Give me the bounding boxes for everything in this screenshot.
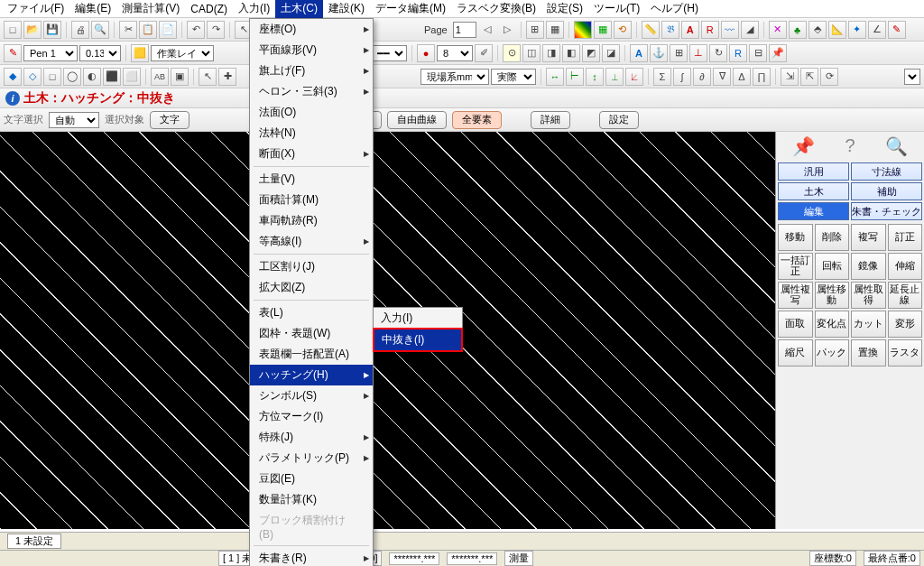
dd-heron[interactable]: ヘロン・三斜(3): [250, 81, 373, 102]
color-icon[interactable]: [574, 21, 592, 39]
dd-earthwork[interactable]: 土量(V): [250, 169, 373, 190]
north-icon[interactable]: ⬘: [808, 21, 827, 39]
perp-icon[interactable]: ⊥: [689, 44, 707, 62]
dim4-icon[interactable]: ⟂: [605, 68, 624, 86]
pin-icon[interactable]: 📌: [792, 135, 815, 157]
redo-icon[interactable]: ↷: [207, 21, 225, 39]
sm-hollow[interactable]: 中抜き(I): [373, 328, 463, 352]
tool-scale[interactable]: 縮尺: [778, 339, 813, 367]
size-icon[interactable]: ●: [417, 44, 435, 62]
tab-civil[interactable]: 土木: [778, 182, 849, 200]
calc3-icon[interactable]: ∂: [693, 68, 711, 86]
dd-titleframe[interactable]: 図枠・表題(W): [250, 323, 373, 344]
sm-input[interactable]: 入力(I): [374, 308, 462, 329]
plus-icon[interactable]: ✚: [218, 68, 236, 86]
menu-survey[interactable]: 測量計算(V): [116, 0, 185, 18]
end-select[interactable]: [904, 69, 920, 85]
pick4-icon[interactable]: ◯: [63, 68, 81, 86]
pick7-icon[interactable]: ⬜: [123, 68, 141, 86]
dd-redmark[interactable]: 朱書き(R): [250, 548, 373, 566]
pen-icon[interactable]: ✎: [4, 44, 22, 62]
dd-frame[interactable]: 法枠(N): [250, 123, 373, 144]
pin-icon[interactable]: 📌: [769, 44, 787, 62]
snap5-icon[interactable]: ◩: [582, 44, 600, 62]
tree-icon[interactable]: ♣: [789, 21, 807, 39]
dd-slope[interactable]: 法面(O): [250, 102, 373, 123]
calc5-icon[interactable]: Δ: [733, 68, 751, 86]
menu-tool[interactable]: ツール(T): [588, 0, 645, 18]
dim3-icon[interactable]: ↕: [586, 68, 604, 86]
tool-correct[interactable]: 訂正: [888, 224, 923, 251]
area-icon[interactable]: ▣: [171, 68, 189, 86]
grid-icon[interactable]: ▦: [594, 21, 612, 39]
dd-coord[interactable]: 座標(O): [250, 19, 373, 40]
units-select[interactable]: 現場系mm: [420, 69, 489, 85]
layer-select[interactable]: 作業レイヤ: [151, 45, 214, 61]
ext1-icon[interactable]: ⇲: [781, 68, 799, 86]
filter-detail-button[interactable]: 詳細: [531, 111, 570, 129]
calc2-icon[interactable]: ∫: [673, 68, 691, 86]
dim2-icon[interactable]: ⊢: [566, 68, 584, 86]
snap2-icon[interactable]: ◫: [522, 44, 541, 62]
snap6-icon[interactable]: ◪: [602, 44, 620, 62]
layer-pen-icon[interactable]: 🟨: [131, 44, 149, 62]
undo-icon[interactable]: ↶: [187, 21, 205, 39]
text-ab-icon[interactable]: AB: [151, 68, 169, 86]
tool-move[interactable]: 移動: [778, 224, 813, 251]
tool-batchfix[interactable]: 一括訂正: [778, 253, 813, 280]
pick6-icon[interactable]: ⬛: [103, 68, 121, 86]
dd-plane[interactable]: 平面線形(V): [250, 40, 373, 60]
tool-mirror[interactable]: 鏡像: [851, 253, 886, 280]
calc4-icon[interactable]: ∇: [713, 68, 731, 86]
layer-icon[interactable]: ▦: [546, 21, 564, 39]
eyedropper-icon[interactable]: ✐: [475, 44, 493, 62]
tool-extend[interactable]: 延長止線: [888, 282, 923, 309]
window-icon[interactable]: ⊞: [526, 21, 544, 39]
paste-icon[interactable]: 📄: [159, 21, 177, 39]
grid2-icon[interactable]: ⊞: [670, 44, 688, 62]
status-tab[interactable]: 1 未設定: [7, 534, 61, 549]
dd-north[interactable]: 方位マーク(I): [250, 406, 373, 427]
tool-copy[interactable]: 複写: [851, 224, 886, 251]
snap3-icon[interactable]: ◨: [542, 44, 560, 62]
question-icon[interactable]: ?: [845, 135, 855, 157]
snap4-icon[interactable]: ◧: [562, 44, 580, 62]
pick2-icon[interactable]: ◇: [23, 68, 42, 86]
snap-icon[interactable]: ⊙: [503, 44, 521, 62]
tool-replace[interactable]: 置換: [851, 339, 886, 367]
menu-cad[interactable]: CAD(Z): [185, 1, 233, 17]
filter-all-button[interactable]: 全要素: [452, 111, 502, 129]
dim1-icon[interactable]: ↔: [546, 68, 564, 86]
tool-delete[interactable]: 削除: [815, 224, 850, 251]
rect-icon[interactable]: R: [701, 21, 719, 39]
pick5-icon[interactable]: ◐: [83, 68, 101, 86]
filter-curve-button[interactable]: 自由曲線: [387, 111, 447, 129]
dd-zoom[interactable]: 拡大図(Z): [250, 277, 373, 298]
measure-icon[interactable]: ∠: [868, 21, 886, 39]
dim5-icon[interactable]: ⟀: [625, 68, 643, 86]
menu-help[interactable]: ヘルプ(H): [645, 0, 704, 18]
text-icon[interactable]: A: [681, 21, 699, 39]
menu-file[interactable]: ファイル(F): [2, 0, 69, 18]
tab-dimension[interactable]: 寸法線: [851, 162, 922, 181]
angle-icon[interactable]: ◢: [741, 21, 759, 39]
menu-input[interactable]: 入力(I): [233, 0, 275, 18]
new-icon[interactable]: □: [4, 21, 22, 39]
pen-size-select[interactable]: 0.13: [79, 45, 121, 61]
menu-dataedit[interactable]: データ編集(M): [370, 0, 451, 18]
page-input[interactable]: [453, 22, 476, 38]
calc1-icon[interactable]: Σ: [653, 68, 671, 86]
filter-text-button[interactable]: 文字: [150, 111, 189, 129]
dd-vehicle[interactable]: 車両軌跡(R): [250, 210, 373, 231]
copy-icon[interactable]: 📋: [139, 21, 157, 39]
tool-attrget[interactable]: 属性取得: [851, 282, 886, 309]
pick1-icon[interactable]: ◆: [4, 68, 22, 86]
auto-select[interactable]: 自動: [49, 112, 99, 128]
pen-select[interactable]: Pen 1: [23, 45, 78, 61]
rot-icon[interactable]: ↻: [709, 44, 727, 62]
tab-general[interactable]: 汎用: [778, 162, 849, 181]
box-r-icon[interactable]: R: [729, 44, 747, 62]
tab-redcheck[interactable]: 朱書・チェック: [851, 202, 922, 220]
dd-titleblock-batch[interactable]: 表題欄一括配置(A): [250, 344, 373, 365]
dd-hatching[interactable]: ハッチング(H): [250, 365, 373, 385]
